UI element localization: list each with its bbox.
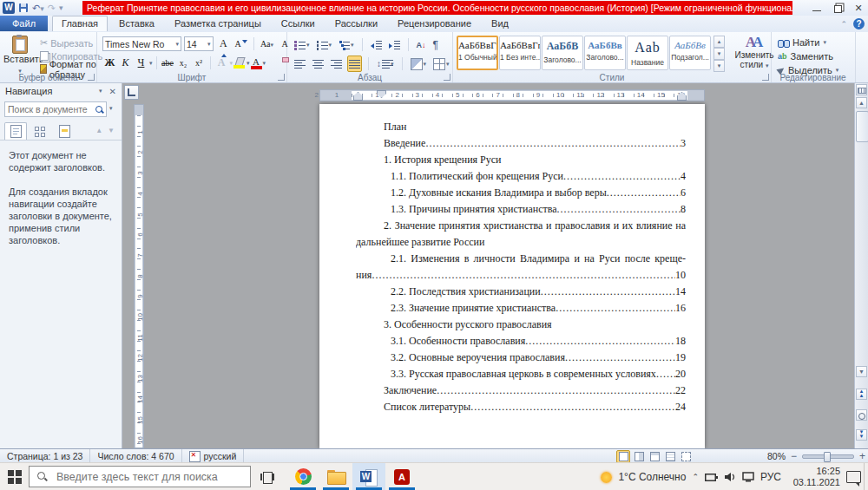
align-center-button[interactable] [311,56,326,72]
underline-caret-icon[interactable]: ▾ [149,60,153,67]
search-icon[interactable] [95,105,104,114]
nav-tab-pages[interactable] [29,122,51,140]
shading-button[interactable]: ▾ [409,56,429,72]
tab-stop-selector[interactable] [124,85,139,100]
bullets-button[interactable]: ▾ [293,36,312,53]
qat-customize-icon[interactable]: ▾ [59,3,63,12]
subscript-button[interactable]: x₂ [176,56,191,70]
action-center-icon[interactable] [846,471,861,483]
font-color-button[interactable]: А [251,56,262,69]
word-count[interactable]: Число слов: 4 670 [90,449,181,463]
weather-text[interactable]: 1°C Солнечно [618,471,686,483]
scroll-up-icon[interactable]: ▲ [856,97,867,108]
zoom-in-icon[interactable]: + [859,451,865,461]
tab-view[interactable]: Вид [483,16,517,30]
highlight-caret-icon[interactable]: ▾ [247,60,250,67]
scroll-down-icon[interactable]: ▼ [856,366,867,377]
replace-button[interactable]: abЗаменить [778,51,833,62]
cut-button[interactable]: ✂Вырезать [38,36,104,49]
numbering-button[interactable]: ▾ [315,36,334,53]
shrink-font-button[interactable]: А [233,36,248,51]
page-indicator[interactable]: Страница: 1 из 23 [0,449,90,463]
style-card-subtitle[interactable]: АаБбВв Подзагол... [669,36,711,70]
strikethrough-button[interactable]: abe [161,56,175,70]
increase-indent-button[interactable] [387,36,402,53]
undo-icon[interactable]: ↶▾ [32,2,44,15]
italic-button[interactable]: К [118,56,133,70]
taskbar-word[interactable]: W [352,463,385,490]
font-name-select[interactable]: Times New Ro▾ [102,36,181,51]
underline-button[interactable]: Ч [134,56,148,70]
nav-tab-headings[interactable] [4,122,27,140]
navigation-close-icon[interactable]: ✕ [109,87,116,96]
zoom-level[interactable]: 80% [767,451,786,461]
outline-view-icon[interactable] [663,450,677,463]
taskbar-chrome[interactable] [286,463,319,490]
web-layout-view-icon[interactable] [648,450,661,463]
styles-gallery-more-icon[interactable]: ▼ [713,60,725,72]
styles-dialog-launcher-icon[interactable] [762,74,769,81]
show-desktop-button[interactable] [864,463,868,490]
taskbar-search-input[interactable] [55,470,243,484]
style-card-title[interactable]: Аab Название [627,36,668,70]
styles-scroll-down-icon[interactable]: ▼ [713,48,725,60]
font-size-select[interactable]: 14▾ [184,36,214,51]
draft-view-icon[interactable] [679,450,693,463]
weather-icon[interactable] [601,472,612,483]
style-card-no-spacing[interactable]: АаБбВвГг, 1 Без инте... [499,36,541,70]
highlight-button[interactable] [233,56,246,69]
clipboard-dialog-launcher-icon[interactable] [88,74,95,81]
paragraph-dialog-launcher-icon[interactable] [444,74,450,81]
taskbar-explorer[interactable] [319,463,352,490]
document-page[interactable]: ПланВведение............................… [319,104,705,448]
tab-file[interactable]: Файл [0,16,48,31]
nav-tab-results[interactable] [53,122,76,140]
style-card-normal[interactable]: АаБбВвГг, 1 Обычный [457,36,498,70]
clock[interactable]: 16:25 03.11.2021 [793,466,840,488]
align-right-button[interactable] [329,56,344,72]
navigation-menu-icon[interactable]: ▾ [99,88,102,95]
navigation-search-box[interactable] [4,101,107,117]
styles-scroll-up-icon[interactable]: ▲ [713,36,725,48]
scrollbar-thumb[interactable] [856,111,868,142]
close-button[interactable]: ✕ [852,3,865,13]
browse-object-icon[interactable] [856,409,867,421]
language-indicator[interactable]: русский [182,449,245,463]
multilevel-list-button[interactable]: ▾ [337,36,356,53]
print-layout-view-icon[interactable] [616,450,630,463]
word-logo-icon[interactable]: W [3,2,15,14]
taskbar-search-box[interactable] [29,466,251,487]
task-view-icon[interactable] [260,470,274,484]
fullscreen-reading-view-icon[interactable] [632,450,646,463]
taskbar-acrobat[interactable]: A [385,463,418,490]
superscript-button[interactable]: x² [192,56,207,70]
zoom-slider[interactable] [802,454,854,459]
style-card-heading1[interactable]: АаБбВ Заголово... [542,36,583,70]
tab-mailings[interactable]: Рассылки [326,16,386,30]
change-case-button[interactable]: Аа▾ [260,36,274,51]
input-language[interactable]: РУС [760,471,781,483]
zoom-out-icon[interactable]: − [791,451,797,461]
help-icon[interactable]: ? [853,18,865,29]
nav-prev-icon[interactable]: ▲ [95,127,102,134]
paste-button[interactable]: Вставить ▾ [3,36,36,77]
save-icon[interactable] [18,3,29,13]
justify-button[interactable] [347,56,362,72]
decrease-indent-button[interactable] [369,36,384,53]
line-spacing-button[interactable]: ↕▾ [375,56,396,72]
next-page-icon[interactable]: ▼▼ [856,429,867,441]
font-dialog-launcher-icon[interactable] [278,74,285,81]
network-icon[interactable] [742,472,754,482]
minimize-button[interactable] [811,3,823,13]
restore-button[interactable] [832,3,844,13]
tab-references[interactable]: Ссылки [273,16,324,30]
grow-font-button[interactable]: А [216,36,231,51]
tab-review[interactable]: Рецензирование [389,16,480,30]
style-card-heading2[interactable]: АаБбВв Заголово... [584,36,626,70]
bold-button[interactable]: Ж [102,56,117,70]
navigation-search-input[interactable] [5,104,95,114]
battery-icon[interactable] [705,473,718,482]
text-effects-button[interactable]: А [214,56,229,70]
align-left-button[interactable] [293,56,307,72]
nav-next-icon[interactable]: ▼ [108,127,115,134]
